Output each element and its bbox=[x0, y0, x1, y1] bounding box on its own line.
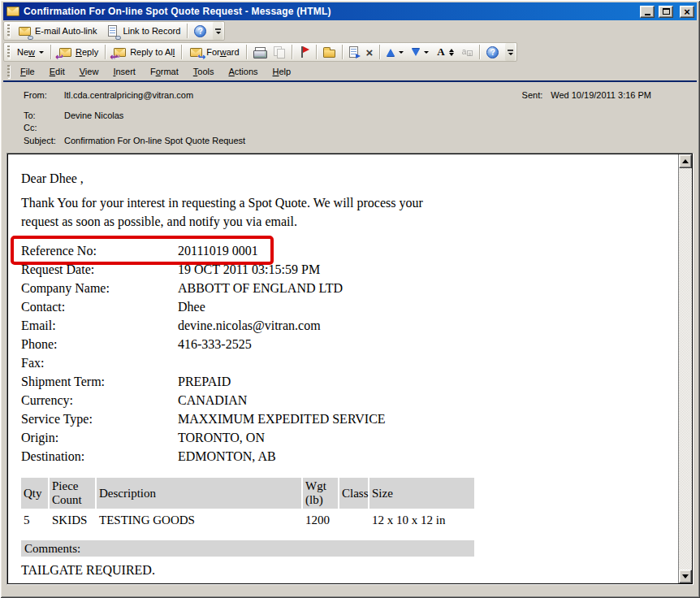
previous-item-button[interactable] bbox=[382, 47, 408, 58]
copy-button[interactable] bbox=[270, 45, 289, 59]
to-value: Devine Nicolas bbox=[64, 110, 123, 122]
field-row-destination: Destination: EDMONTON, AB bbox=[21, 447, 673, 466]
reply-icon: ↩ bbox=[58, 46, 72, 58]
reply-to-all-icon: ↩ bbox=[112, 46, 127, 58]
reply-label: Reply bbox=[76, 47, 98, 57]
comments-text: TAILGATE REQUIRED. bbox=[21, 563, 673, 578]
toolbar-separator bbox=[342, 45, 343, 59]
print-icon bbox=[253, 47, 266, 58]
chevron-down-icon bbox=[508, 53, 513, 55]
table-row: 5 SKIDS TESTING GOODS 1200 12 x 10 x 12 … bbox=[21, 510, 474, 531]
toolbar-separator bbox=[181, 45, 182, 59]
greeting: Dear Dhee , bbox=[21, 171, 673, 186]
help-icon: ? bbox=[486, 46, 499, 58]
vertical-scrollbar[interactable] bbox=[678, 154, 692, 583]
forward-label: Forward bbox=[206, 47, 239, 57]
scroll-up-button[interactable] bbox=[679, 154, 692, 168]
link-to-record-button[interactable]: Link to Record bbox=[101, 24, 184, 39]
maximize-button[interactable] bbox=[659, 6, 673, 18]
field-row-reference: Reference No: 20111019 0001 bbox=[21, 241, 673, 260]
chevron-down-icon bbox=[39, 51, 44, 54]
col-wgt: Wgt (lb) bbox=[303, 478, 338, 509]
arrow-down-icon bbox=[412, 49, 420, 56]
minimize-button[interactable] bbox=[640, 6, 655, 18]
menu-format[interactable]: Format bbox=[143, 64, 186, 79]
from-value: ltl.cda.centralpricing@vitran.com bbox=[64, 89, 193, 102]
title-bar[interactable]: Confirmation For On-line Spot Quote Requ… bbox=[3, 2, 697, 20]
toolbar-overflow-icon bbox=[508, 50, 513, 51]
sent-value: Wed 10/19/2011 3:16 PM bbox=[551, 89, 651, 102]
menu-actions[interactable]: Actions bbox=[221, 64, 265, 79]
field-row-origin: Origin: TORONTO, ON bbox=[21, 428, 673, 447]
menu-edit[interactable]: Edit bbox=[42, 64, 72, 79]
email-autolink-label: E-mail Auto-link bbox=[35, 26, 97, 36]
toolbar-grip[interactable] bbox=[7, 46, 10, 58]
toolbar-separator bbox=[187, 24, 188, 38]
menu-tools[interactable]: Tools bbox=[186, 64, 222, 79]
follow-up-flag-button[interactable] bbox=[295, 45, 313, 59]
text-size-button[interactable]: A bbox=[433, 44, 457, 60]
toolbar-overflow-button[interactable] bbox=[213, 22, 223, 40]
standard-toolbar: New ↩ Reply ↩ Reply to All ↪ Forward bbox=[3, 42, 517, 62]
toolbar-separator bbox=[105, 45, 106, 59]
create-rule-button[interactable] bbox=[345, 45, 362, 59]
next-item-button[interactable] bbox=[408, 47, 433, 58]
menu-view[interactable]: View bbox=[72, 64, 106, 79]
reply-button[interactable]: ↩ Reply bbox=[54, 45, 102, 60]
addin-toolbar: E-mail Auto-link Link to Record ? bbox=[3, 21, 225, 41]
toolbar-grip[interactable] bbox=[7, 24, 10, 37]
scroll-down-icon bbox=[682, 574, 689, 578]
field-row-contact: Contact: Dhee bbox=[21, 297, 673, 316]
col-piece-count: Piece Count bbox=[50, 478, 95, 509]
subject-label: Subject: bbox=[24, 135, 64, 147]
chevron-down-icon bbox=[399, 51, 404, 54]
toolbar-separator bbox=[479, 45, 480, 59]
reply-to-all-button[interactable]: ↩ Reply to All bbox=[108, 45, 179, 60]
message-header: From: ltl.cda.centralpricing@vitran.com … bbox=[3, 82, 697, 153]
new-label: New bbox=[17, 47, 35, 57]
field-row-fax: Fax: bbox=[21, 353, 673, 372]
toolbar-separator bbox=[292, 45, 292, 59]
translate-button[interactable]: a bbox=[458, 46, 477, 58]
scrollbar-track[interactable] bbox=[679, 168, 692, 570]
addin-help-button[interactable]: ? bbox=[190, 24, 210, 39]
col-qty: Qty bbox=[21, 478, 48, 509]
field-row-phone: Phone: 416-333-2525 bbox=[21, 335, 673, 353]
col-description: Description bbox=[97, 478, 301, 509]
toolbar-separator bbox=[316, 45, 317, 59]
scroll-down-button[interactable] bbox=[679, 570, 692, 583]
translate-icon: a bbox=[462, 48, 473, 56]
message-window: Confirmation For On-line Spot Quote Requ… bbox=[0, 0, 700, 598]
quote-fields: Reference No: 20111019 0001 Request Date… bbox=[21, 241, 673, 466]
intro-paragraph: Thank You for your interest in requestin… bbox=[21, 193, 673, 231]
to-label: To: bbox=[24, 110, 64, 122]
copy-icon bbox=[274, 46, 285, 58]
close-button[interactable]: × bbox=[680, 6, 694, 18]
forward-button[interactable]: ↪ Forward bbox=[184, 45, 243, 60]
menu-insert[interactable]: Insert bbox=[106, 64, 143, 79]
delete-icon: × bbox=[366, 46, 374, 58]
arrow-up-icon bbox=[387, 49, 395, 56]
new-button[interactable]: New bbox=[13, 46, 48, 58]
move-to-folder-button[interactable] bbox=[319, 46, 339, 59]
menu-help[interactable]: Help bbox=[266, 64, 299, 79]
menubar-grip[interactable] bbox=[7, 65, 10, 78]
close-icon: × bbox=[684, 7, 690, 16]
print-button[interactable] bbox=[249, 46, 270, 59]
chevron-down-icon bbox=[216, 32, 221, 34]
up-down-arrows-icon bbox=[449, 49, 454, 56]
link-to-record-label: Link to Record bbox=[123, 26, 180, 36]
field-row-shipment-term: Shipment Term: PREPAID bbox=[21, 372, 673, 391]
shipment-table: Qty Piece Count Description Wgt (lb) Cla… bbox=[19, 476, 476, 532]
help-button[interactable]: ? bbox=[482, 45, 503, 60]
toolbar-overflow-icon bbox=[215, 28, 221, 30]
delete-button[interactable]: × bbox=[362, 45, 378, 60]
menu-file[interactable]: File bbox=[13, 64, 42, 79]
email-autolink-button[interactable]: E-mail Auto-link bbox=[13, 24, 101, 39]
flag-icon bbox=[299, 46, 309, 58]
standard-toolbar-row: New ↩ Reply ↩ Reply to All ↪ Forward bbox=[3, 41, 697, 63]
reply-to-all-label: Reply to All bbox=[130, 47, 175, 57]
from-label: From: bbox=[24, 89, 64, 102]
email-autolink-icon bbox=[17, 25, 32, 37]
toolbar-overflow-button[interactable] bbox=[505, 43, 515, 61]
